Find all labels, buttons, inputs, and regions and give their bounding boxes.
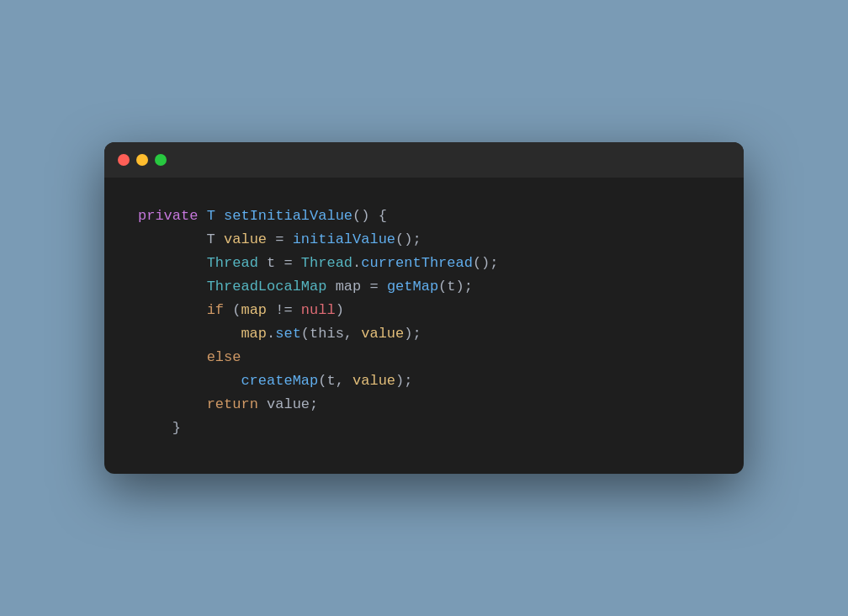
code-token: private xyxy=(138,204,207,228)
code-line: return value; xyxy=(138,393,710,417)
code-token: (); xyxy=(395,228,421,252)
code-token: (this, xyxy=(301,322,361,346)
code-token: return xyxy=(207,393,258,417)
minimize-button[interactable] xyxy=(136,154,148,166)
code-token: ThreadLocalMap xyxy=(207,275,327,299)
code-window: private T setInitialValue() { T value = … xyxy=(104,142,744,474)
code-token: map = xyxy=(326,275,386,299)
code-token: . xyxy=(267,322,275,346)
code-token: Thread xyxy=(207,252,258,275)
code-line: if (map != null) xyxy=(138,299,710,322)
code-token xyxy=(138,275,207,299)
code-token: null xyxy=(301,299,336,322)
code-token: set xyxy=(275,322,301,346)
code-token xyxy=(138,299,207,322)
code-token: value; xyxy=(258,393,318,417)
code-token: (t, xyxy=(318,369,352,393)
code-token: ); xyxy=(404,322,421,346)
code-token xyxy=(138,346,207,369)
code-token: currentThread xyxy=(361,252,473,275)
code-token: != xyxy=(267,299,301,322)
code-line: else xyxy=(138,346,710,369)
code-token: initialValue xyxy=(293,228,395,252)
code-token: T xyxy=(207,204,224,228)
code-line: T value = initialValue(); xyxy=(138,228,710,252)
code-line: Thread t = Thread.currentThread(); xyxy=(138,252,710,275)
code-token: (t); xyxy=(438,275,473,299)
code-line: ThreadLocalMap map = getMap(t); xyxy=(138,275,710,299)
code-token: else xyxy=(207,346,241,369)
code-line: private T setInitialValue() { xyxy=(138,204,710,228)
code-token: map xyxy=(241,322,267,346)
maximize-button[interactable] xyxy=(155,154,167,166)
code-token xyxy=(138,369,241,393)
code-token: ( xyxy=(224,299,241,322)
code-block: private T setInitialValue() { T value = … xyxy=(104,178,744,474)
code-token: . xyxy=(352,252,361,275)
code-token xyxy=(138,393,207,417)
close-button[interactable] xyxy=(118,154,130,166)
code-token: map xyxy=(241,299,267,322)
code-token: createMap xyxy=(241,369,318,393)
code-line: createMap(t, value); xyxy=(138,369,710,393)
code-token: } xyxy=(138,417,181,440)
code-line: map.set(this, value); xyxy=(138,322,710,346)
code-token: getMap xyxy=(387,275,438,299)
code-line: } xyxy=(138,417,710,440)
code-token xyxy=(138,322,241,346)
code-token: value xyxy=(224,228,267,252)
code-token: value xyxy=(361,322,404,346)
code-token: value xyxy=(352,369,395,393)
code-token: t = xyxy=(258,252,301,275)
titlebar xyxy=(104,142,744,178)
code-token: if xyxy=(207,299,224,322)
code-token: setInitialValue xyxy=(224,204,352,228)
code-token: ) xyxy=(336,299,344,322)
code-token: () { xyxy=(352,204,387,228)
code-token: T xyxy=(138,228,224,252)
code-token: ); xyxy=(395,369,412,393)
code-token: (); xyxy=(473,252,499,275)
code-token: Thread xyxy=(301,252,352,275)
code-token: = xyxy=(267,228,293,252)
code-token xyxy=(138,252,207,275)
